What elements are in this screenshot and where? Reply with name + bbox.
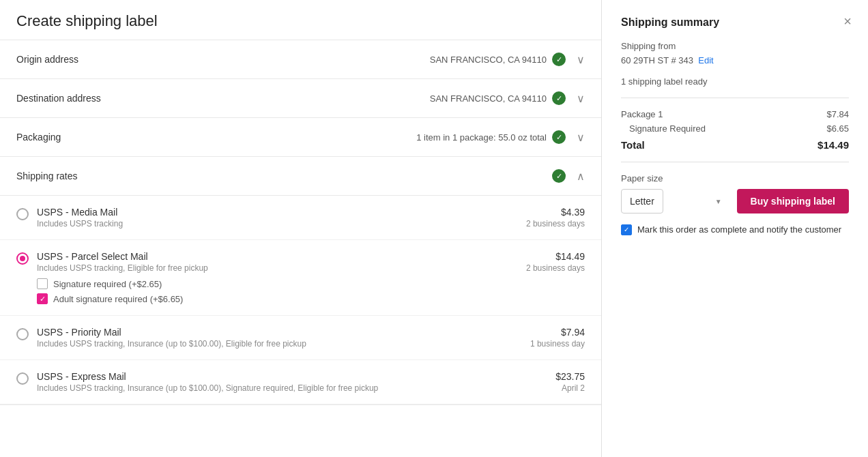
origin-address-value: SAN FRANCISCO, CA 94110 ✓ ∨ xyxy=(126,53,585,66)
rate-price-media_mail: $4.39 xyxy=(510,207,585,218)
package-price: $7.84 xyxy=(826,109,849,119)
packaging-label: Packaging xyxy=(16,132,126,143)
rate-desc-parcel_select: Includes USPS tracking, Eligible for fre… xyxy=(37,263,510,273)
rate-info-media_mail: USPS - Media MailIncludes USPS tracking xyxy=(37,207,510,228)
rates-header-right: ✓ ∧ xyxy=(552,169,585,183)
rate-name-media_mail: USPS - Media Mail xyxy=(37,207,510,218)
shipping-from-address: 60 29TH ST # 343 xyxy=(621,55,693,65)
addon-checkbox-parcel_select-0[interactable] xyxy=(37,278,48,289)
rate-info-express_mail: USPS - Express MailIncludes USPS trackin… xyxy=(37,371,510,393)
rate-option-priority_mail[interactable]: USPS - Priority MailIncludes USPS tracki… xyxy=(0,316,601,360)
rate-price-priority_mail: $7.94 xyxy=(510,327,585,338)
rate-desc-express_mail: Includes USPS tracking, Insurance (up to… xyxy=(37,383,510,393)
addon-label-parcel_select-1: Adult signature required (+$6.65) xyxy=(53,294,183,304)
rate-price-parcel_select: $14.49 xyxy=(510,251,585,262)
modal-title: Create shipping label xyxy=(16,12,158,30)
rate-option-parcel_select[interactable]: USPS - Parcel Select MailIncludes USPS t… xyxy=(0,240,601,316)
rate-options-container: USPS - Media MailIncludes USPS tracking$… xyxy=(0,196,601,404)
addon-parcel_select-0[interactable]: Signature required (+$2.65) xyxy=(37,278,510,289)
radio-express_mail[interactable] xyxy=(16,372,29,385)
rate-days-parcel_select: 2 business days xyxy=(510,263,585,273)
mark-complete-row: ✓ Mark this order as complete and notify… xyxy=(621,224,849,235)
create-shipping-label-modal: Create shipping label Origin address SAN… xyxy=(0,0,868,457)
total-price: $14.49 xyxy=(818,139,849,151)
mark-complete-label: Mark this order as complete and notify t… xyxy=(637,224,841,235)
paper-size-label: Paper size xyxy=(621,173,849,183)
destination-address-value: SAN FRANCISCO, CA 94110 ✓ ∨ xyxy=(126,91,585,105)
origin-address-row[interactable]: Origin address SAN FRANCISCO, CA 94110 ✓… xyxy=(0,40,601,79)
packaging-value: 1 item in 1 package: 55.0 oz total ✓ ∨ xyxy=(126,130,585,144)
rate-option-media_mail[interactable]: USPS - Media MailIncludes USPS tracking$… xyxy=(0,196,601,240)
radio-media_mail[interactable] xyxy=(16,208,29,220)
paper-size-select-wrapper: Letter 4x6 xyxy=(621,189,729,213)
rate-price-col-priority_mail: $7.941 business day xyxy=(510,327,585,349)
radio-inner-parcel_select xyxy=(20,256,25,261)
rate-days-media_mail: 2 business days xyxy=(510,219,585,228)
packaging-row[interactable]: Packaging 1 item in 1 package: 55.0 oz t… xyxy=(0,118,601,157)
rates-chevron-icon: ∧ xyxy=(577,170,585,183)
packaging-chevron-icon: ∨ xyxy=(577,131,585,144)
package-line: Package 1 $7.84 xyxy=(621,109,849,119)
summary-title: Shipping summary xyxy=(621,16,849,29)
package-label: Package 1 xyxy=(621,109,663,119)
rate-desc-priority_mail: Includes USPS tracking, Insurance (up to… xyxy=(37,339,510,349)
divider-2 xyxy=(621,162,849,162)
radio-priority_mail[interactable] xyxy=(16,328,29,340)
right-panel: × Shipping summary Shipping from 60 29TH… xyxy=(602,0,868,457)
addon-parcel_select-1[interactable]: ✓Adult signature required (+$6.65) xyxy=(37,293,510,304)
addon-checkbox-parcel_select-1[interactable]: ✓ xyxy=(37,293,48,304)
shipping-rates-header[interactable]: Shipping rates ✓ ∧ xyxy=(0,157,601,196)
rate-option-express_mail[interactable]: USPS - Express MailIncludes USPS trackin… xyxy=(0,360,601,404)
rate-price-col-express_mail: $23.75April 2 xyxy=(510,371,585,393)
destination-chevron-icon: ∨ xyxy=(577,92,585,105)
paper-size-row: Letter 4x6 Buy shipping label xyxy=(621,189,849,213)
radio-parcel_select[interactable] xyxy=(16,252,29,265)
shipping-from: Shipping from 60 29TH ST # 343 Edit xyxy=(621,40,849,68)
packaging-verified-icon: ✓ xyxy=(552,130,566,144)
edit-address-link[interactable]: Edit xyxy=(698,55,713,65)
rate-info-priority_mail: USPS - Priority MailIncludes USPS tracki… xyxy=(37,327,510,349)
total-label: Total xyxy=(621,139,645,151)
signature-line: Signature Required $6.65 xyxy=(621,123,849,134)
origin-chevron-icon: ∨ xyxy=(577,53,585,66)
buy-shipping-label-button[interactable]: Buy shipping label xyxy=(737,189,849,213)
destination-verified-icon: ✓ xyxy=(552,91,566,105)
addon-label-parcel_select-0: Signature required (+$2.65) xyxy=(53,279,162,289)
divider-1 xyxy=(621,98,849,98)
origin-verified-icon: ✓ xyxy=(552,53,566,66)
rate-days-express_mail: April 2 xyxy=(510,383,585,393)
rate-price-col-media_mail: $4.392 business days xyxy=(510,207,585,228)
label-ready-text: 1 shipping label ready xyxy=(621,76,849,87)
shipping-rates-title: Shipping rates xyxy=(16,171,552,181)
rate-days-priority_mail: 1 business day xyxy=(510,339,585,349)
modal-header: Create shipping label xyxy=(0,0,601,40)
signature-price: $6.65 xyxy=(826,123,849,134)
rate-price-express_mail: $23.75 xyxy=(510,371,585,382)
rate-name-express_mail: USPS - Express Mail xyxy=(37,371,510,382)
mark-complete-checkbox[interactable]: ✓ xyxy=(621,224,632,235)
destination-address-label: Destination address xyxy=(16,93,126,104)
rate-name-priority_mail: USPS - Priority Mail xyxy=(37,327,510,338)
rate-name-parcel_select: USPS - Parcel Select Mail xyxy=(37,251,510,262)
paper-size-select[interactable]: Letter 4x6 xyxy=(621,189,663,213)
total-line: Total $14.49 xyxy=(621,139,849,151)
add-ons-parcel_select: Signature required (+$2.65)✓Adult signat… xyxy=(37,278,510,304)
destination-address-row[interactable]: Destination address SAN FRANCISCO, CA 94… xyxy=(0,79,601,118)
origin-address-label: Origin address xyxy=(16,54,126,65)
shipping-rates-section: Shipping rates ✓ ∧ USPS - Media MailIncl… xyxy=(0,157,601,405)
rate-desc-media_mail: Includes USPS tracking xyxy=(37,219,510,228)
rate-info-parcel_select: USPS - Parcel Select MailIncludes USPS t… xyxy=(37,251,510,304)
signature-label: Signature Required xyxy=(629,123,706,134)
close-button[interactable]: × xyxy=(841,11,854,32)
left-panel: Create shipping label Origin address SAN… xyxy=(0,0,602,457)
rates-verified-icon: ✓ xyxy=(552,169,566,183)
rate-price-col-parcel_select: $14.492 business days xyxy=(510,251,585,273)
